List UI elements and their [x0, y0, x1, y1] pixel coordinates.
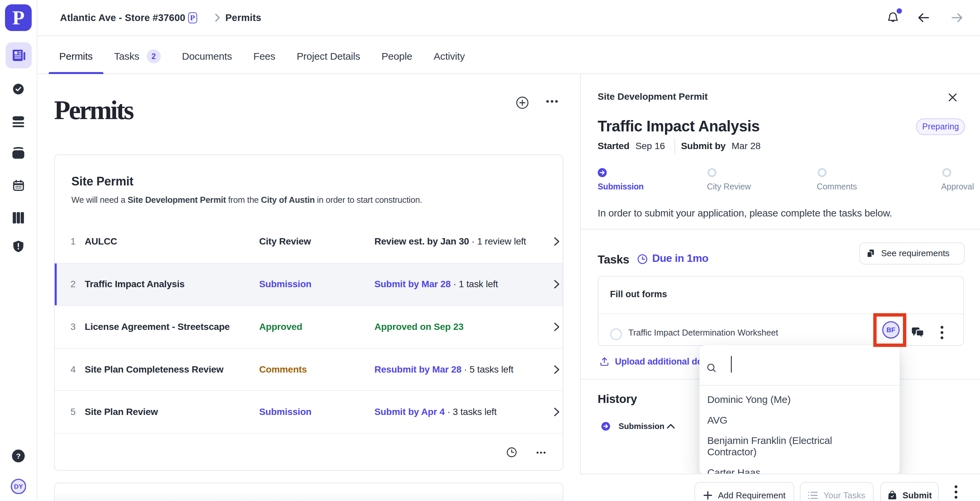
- svg-text:DY: DY: [14, 483, 23, 490]
- svg-text:?: ?: [16, 452, 21, 460]
